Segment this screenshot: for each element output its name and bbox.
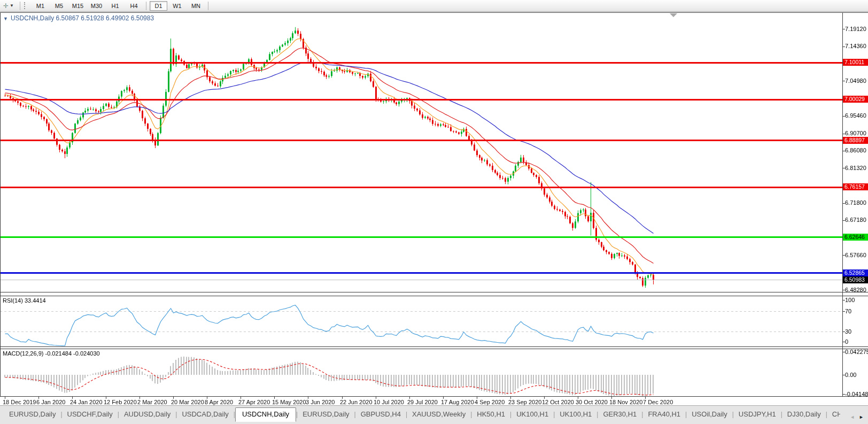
- price-line-label: 7.10011: [843, 59, 868, 66]
- date-axis-label: 8 Apr 2020: [205, 399, 233, 405]
- date-axis-label: 23 Sep 2020: [508, 399, 541, 405]
- macd-scale-label: -0.04148: [845, 391, 868, 397]
- dropdown-caret-icon[interactable]: ▼: [10, 3, 14, 8]
- price-line-label: 6.88897: [843, 137, 868, 144]
- chart-tab-eurusd-daily[interactable]: EURUSD,Daily: [298, 408, 354, 421]
- price-tick-label: 6.57660: [845, 252, 866, 258]
- price-chart-canvas[interactable]: [0, 12, 868, 405]
- date-axis-label: 12 Feb 2020: [104, 399, 137, 405]
- date-axis-label: 24 Jan 2020: [70, 399, 103, 405]
- timeframe-button-m5[interactable]: M5: [50, 1, 68, 11]
- chart-tab-audusd-daily[interactable]: AUDUSD,Daily: [119, 408, 175, 421]
- price-tick-label: 7.14360: [845, 43, 866, 49]
- chart-tab-dj30-daily[interactable]: DJ30,Daily: [782, 408, 826, 421]
- chart-tab-gbpusd-h4[interactable]: GBPUSD,H4: [356, 408, 406, 421]
- chart-tab-xauusd-weekly[interactable]: XAUUSD,Weekly: [407, 408, 470, 421]
- price-tick-label: 7.19120: [845, 26, 866, 32]
- timeframe-button-m15[interactable]: M15: [69, 1, 87, 11]
- timeframe-button-h4[interactable]: H4: [125, 1, 143, 11]
- chart-window: ▼USDCNH,Daily 6.50867 6.51928 6.49902 6.…: [0, 12, 868, 405]
- price-tick-label: 6.71800: [845, 199, 866, 206]
- timeframe-button-d1[interactable]: D1: [150, 1, 167, 11]
- top-toolbar: ✛ ▼ M1M5M15M30H1H4D1W1MN: [0, 0, 868, 12]
- chart-tab-uk100-h1[interactable]: UK100,H1: [555, 408, 596, 421]
- price-tick-label: 6.48280: [845, 287, 866, 293]
- chart-tab-hk50-h1[interactable]: HK50,H1: [472, 408, 510, 421]
- price-tick-label: 6.81320: [845, 165, 866, 171]
- chart-tab-usdcad-daily[interactable]: USDCAD,Daily: [177, 408, 233, 421]
- date-axis-label: 18 Nov 2020: [609, 399, 642, 405]
- chart-tab-usdchf-daily[interactable]: USDCHF,Daily: [63, 408, 118, 421]
- macd-scale-label: 0.00: [845, 372, 856, 378]
- date-axis-label: 7 Dec 2020: [643, 399, 673, 405]
- rsi-scale-label: 30: [845, 328, 851, 335]
- date-axis-label: 22 Jun 2020: [340, 399, 373, 405]
- macd-label: MACD(12,26,9) -0.021484 -0.024030: [3, 350, 100, 357]
- chart-tab-uk100-h1[interactable]: UK100,H1: [511, 408, 553, 421]
- price-tick-label: 7.04980: [845, 78, 866, 84]
- rsi-scale-label: 0: [845, 338, 848, 345]
- timeframe-button-h1[interactable]: H1: [106, 1, 124, 11]
- date-axis-label: 30 Oct 2020: [576, 399, 608, 405]
- price-line-label: 6.52865: [843, 269, 868, 276]
- date-axis-label: 2 Mar 2020: [137, 399, 167, 405]
- price-line-label: 6.76157: [843, 183, 868, 190]
- date-axis-label: 20 Mar 2020: [171, 399, 204, 405]
- chart-tab-eurusd-daily[interactable]: EURUSD,Daily: [4, 408, 60, 421]
- toolbar-separator: [146, 2, 146, 10]
- tab-scroll-controls: ◄►: [840, 406, 868, 424]
- chart-tab-bar: EURUSD,Daily|USDCHF,Daily|AUDUSD,Daily|U…: [0, 405, 868, 424]
- chart-tab-usdcnh-daily[interactable]: USDCNH,Daily: [235, 407, 296, 422]
- rsi-scale-label: 70: [845, 308, 851, 314]
- date-axis-label: 10 Jul 2020: [374, 399, 404, 405]
- date-axis-label: 27 Apr 2020: [238, 399, 270, 405]
- price-tick-label: 6.95460: [845, 112, 866, 119]
- chart-title-ohlc: 6.50867 6.51928 6.49902 6.50983: [56, 14, 154, 22]
- toolbar-separator: [20, 2, 20, 10]
- price-line-label: 6.62646: [843, 234, 868, 241]
- price-tick-label: 6.90700: [845, 130, 866, 136]
- chart-tab-usdjpy-h1[interactable]: USDJPY,H1: [734, 408, 781, 421]
- toolbar-grip[interactable]: [24, 2, 27, 9]
- rsi-label: RSI(14) 33.4414: [3, 297, 46, 304]
- timeframe-button-mn[interactable]: MN: [187, 1, 205, 11]
- date-axis-label: 15 May 2020: [272, 399, 306, 405]
- price-line-label: 6.50983: [843, 276, 868, 283]
- rsi-scale-label: 100: [845, 297, 855, 303]
- date-axis-label: 29 Jul 2020: [407, 399, 438, 405]
- toolbar-separator: [208, 2, 208, 10]
- price-tick-label: 6.86080: [845, 147, 866, 153]
- date-axis-label: 17 Aug 2020: [441, 399, 474, 405]
- crosshair-tool-icon[interactable]: ✛: [3, 1, 9, 11]
- timeframe-button-m30[interactable]: M30: [88, 1, 105, 11]
- date-axis-label: 12 Oct 2020: [542, 399, 574, 405]
- chart-title-caret-icon: ▼: [3, 16, 8, 21]
- chart-tab-usoil-daily[interactable]: USOil,Daily: [687, 408, 732, 421]
- chart-tab-ger30-h1[interactable]: GER30,H1: [598, 408, 641, 421]
- timeframe-button-group: M1M5M15M30H1H4D1W1MN: [31, 1, 211, 11]
- price-line-label: 7.00029: [843, 96, 868, 103]
- chart-title: ▼USDCNH,Daily 6.50867 6.51928 6.49902 6.…: [3, 14, 154, 22]
- date-axis-label: 4 Sep 2020: [475, 399, 505, 405]
- timeframe-button-m1[interactable]: M1: [32, 1, 49, 11]
- timeframe-button-w1[interactable]: W1: [168, 1, 186, 11]
- chart-tab-fra40-h1[interactable]: FRA40,H1: [643, 408, 685, 421]
- macd-scale-label: 0.042275: [845, 349, 868, 355]
- chart-title-symbol: USDCNH,Daily: [11, 14, 54, 22]
- tab-scroll-left-button[interactable]: ◄: [850, 414, 855, 420]
- date-axis-label: 18 Dec 2019: [3, 399, 36, 405]
- tab-scroll-right-button[interactable]: ►: [859, 414, 864, 420]
- price-tick-label: 6.67180: [845, 217, 866, 223]
- date-axis-label: 6 Jan 2020: [36, 399, 65, 405]
- date-axis-label: 3 Jun 2020: [306, 399, 335, 405]
